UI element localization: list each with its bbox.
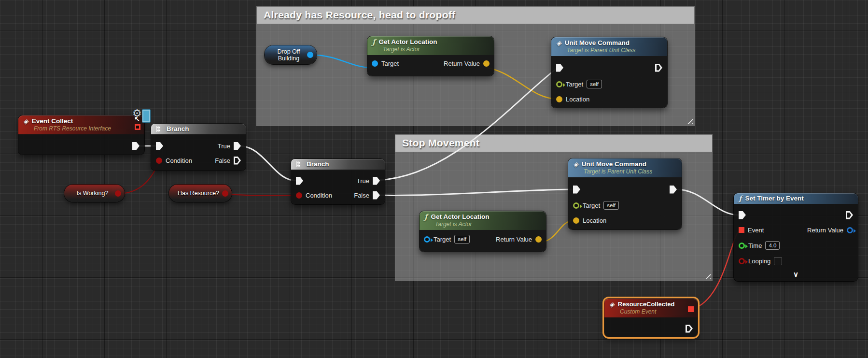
- return-value-output-pin[interactable]: [535, 236, 542, 243]
- looping-checkbox[interactable]: [774, 257, 782, 265]
- return-value-output-pin[interactable]: [483, 60, 490, 67]
- blueprint-graph-canvas[interactable]: Already has Resource, head to dropoff St…: [0, 0, 868, 358]
- object-output-pin[interactable]: [307, 52, 313, 58]
- node-header[interactable]: ƒGet Actor Location Target is Actor: [367, 36, 494, 55]
- node-header[interactable]: ◈Event Collect From RTS Resource Interfa…: [18, 115, 144, 134]
- pin-label: True: [357, 177, 369, 185]
- target-input-pin[interactable]: [372, 60, 378, 67]
- node-subtitle: Target is Actor: [383, 46, 489, 53]
- event-delegate-input-pin[interactable]: [739, 227, 744, 233]
- true-exec-output-pin[interactable]: [373, 177, 380, 185]
- node-set-timer-by-event[interactable]: ƒSet Timer by Event Event Return Value T…: [734, 193, 858, 281]
- condition-input-pin[interactable]: [156, 158, 162, 164]
- exec-input-pin[interactable]: [739, 211, 746, 219]
- arrow-icon: ↖: [134, 115, 140, 123]
- node-get-actor-location-2[interactable]: ƒGet Actor Location Target is Actor Targ…: [420, 211, 546, 252]
- false-exec-output-pin[interactable]: [234, 157, 241, 165]
- target-input-pin[interactable]: [424, 236, 430, 243]
- wire-branch1-true-to-branch2[interactable]: [239, 146, 296, 181]
- exec-input-pin[interactable]: [573, 186, 580, 194]
- node-header[interactable]: ƒGet Actor Location Target is Actor: [420, 211, 546, 230]
- node-title: Unit Move Command: [565, 39, 630, 46]
- node-header[interactable]: Branch: [291, 159, 385, 170]
- node-branch-2[interactable]: Branch True Condition False: [291, 159, 385, 204]
- location-input-pin[interactable]: [573, 217, 579, 224]
- function-icon: ƒ: [739, 196, 742, 201]
- bool-output-pin[interactable]: [222, 190, 228, 197]
- pin-label: Looping: [748, 258, 770, 265]
- pin-label: Event: [748, 227, 764, 234]
- exec-input-pin[interactable]: [156, 142, 163, 150]
- variable-label: Has Resource?: [169, 190, 222, 197]
- interface-event-icon: ⚙ ↖: [131, 109, 152, 125]
- false-exec-output-pin[interactable]: [373, 191, 380, 200]
- node-header[interactable]: ◈ResourceCollected Custom Event: [604, 299, 698, 317]
- event-diamond-icon: ◈: [23, 118, 28, 124]
- node-header[interactable]: ƒSet Timer by Event: [734, 193, 858, 204]
- exec-output-pin[interactable]: [132, 142, 140, 150]
- target-input-pin[interactable]: [556, 81, 562, 87]
- node-title: Unit Move Command: [582, 160, 646, 168]
- target-self-value[interactable]: self: [587, 80, 602, 88]
- target-self-value[interactable]: self: [603, 201, 619, 210]
- variable-node-has-resource[interactable]: Has Resource?: [169, 185, 232, 202]
- pin-label: Return Value: [444, 60, 480, 67]
- function-icon: ƒ: [424, 214, 427, 220]
- comment-resize-handle[interactable]: [685, 116, 693, 124]
- exec-output-pin[interactable]: [670, 186, 677, 194]
- return-value-output-pin[interactable]: [847, 227, 853, 233]
- time-input-pin[interactable]: [739, 243, 745, 249]
- node-subtitle: From RTS Resource Interface: [34, 125, 140, 132]
- pin-label: Target: [381, 60, 399, 67]
- function-icon: ƒ: [372, 39, 375, 45]
- pin-label: Return Value: [496, 236, 532, 243]
- comment-resize-handle[interactable]: [702, 271, 711, 279]
- target-self-value[interactable]: self: [454, 235, 470, 243]
- pin-label: Time: [748, 242, 762, 249]
- variable-node-is-working[interactable]: Is Working?: [64, 185, 125, 202]
- pin-label: Target: [434, 236, 451, 243]
- location-input-pin[interactable]: [556, 96, 562, 102]
- bool-output-pin[interactable]: [115, 190, 121, 197]
- exec-output-pin[interactable]: [686, 325, 693, 333]
- exec-output-pin[interactable]: [846, 211, 853, 219]
- node-title: Branch: [307, 160, 329, 168]
- wire-hasresource-to-condition[interactable]: [225, 194, 298, 196]
- node-title: Event Collect: [32, 117, 73, 125]
- pin-label: Target: [583, 202, 600, 209]
- exec-input-pin[interactable]: [556, 64, 563, 72]
- blueprint-pages-icon: [142, 109, 151, 123]
- time-value-field[interactable]: 4.0: [765, 241, 780, 250]
- condition-input-pin[interactable]: [296, 192, 302, 199]
- node-header[interactable]: ◈Unit Move Command Target is Parent Unit…: [551, 37, 667, 56]
- branch-icon: [296, 161, 303, 168]
- node-unit-move-command-2[interactable]: ◈Unit Move Command Target is Parent Unit…: [568, 158, 682, 229]
- node-header[interactable]: Branch: [151, 124, 246, 134]
- pin-label: False: [354, 192, 369, 199]
- exec-input-pin[interactable]: [296, 177, 303, 185]
- pin-label: Condition: [306, 192, 332, 199]
- node-event-collect[interactable]: ◈Event Collect From RTS Resource Interfa…: [18, 115, 144, 155]
- node-resource-collected[interactable]: ◈ResourceCollected Custom Event: [604, 299, 698, 337]
- event-diamond-icon: ◈: [609, 301, 615, 307]
- node-header[interactable]: ◈Unit Move Command Target is Parent Unit…: [568, 158, 682, 177]
- node-branch-1[interactable]: Branch True Condition False: [151, 124, 246, 171]
- delegate-output-pin[interactable]: [135, 124, 140, 130]
- delegate-output-pin[interactable]: [688, 306, 694, 312]
- target-input-pin[interactable]: [573, 202, 579, 209]
- node-get-actor-location-1[interactable]: ƒGet Actor Location Target is Actor Targ…: [367, 36, 494, 76]
- pin-label: Condition: [166, 157, 192, 164]
- node-unit-move-command-1[interactable]: ◈Unit Move Command Target is Parent Unit…: [551, 37, 667, 108]
- pin-label: Location: [583, 217, 606, 224]
- comment-title[interactable]: Stop Movement: [395, 135, 712, 152]
- variable-label: Is Working?: [64, 190, 115, 197]
- exec-output-pin[interactable]: [655, 64, 662, 72]
- collapse-chevron-icon[interactable]: ∨: [793, 272, 798, 277]
- true-exec-output-pin[interactable]: [234, 142, 241, 150]
- node-subtitle: Target is Parent Unit Class: [584, 168, 677, 175]
- pin-label: Location: [566, 96, 589, 103]
- comment-title[interactable]: Already has Resource, head to dropoff: [257, 7, 694, 24]
- looping-input-pin[interactable]: [739, 258, 745, 264]
- variable-node-drop-off-building[interactable]: Drop Off Building: [265, 45, 317, 64]
- pin-label: Target: [566, 81, 583, 88]
